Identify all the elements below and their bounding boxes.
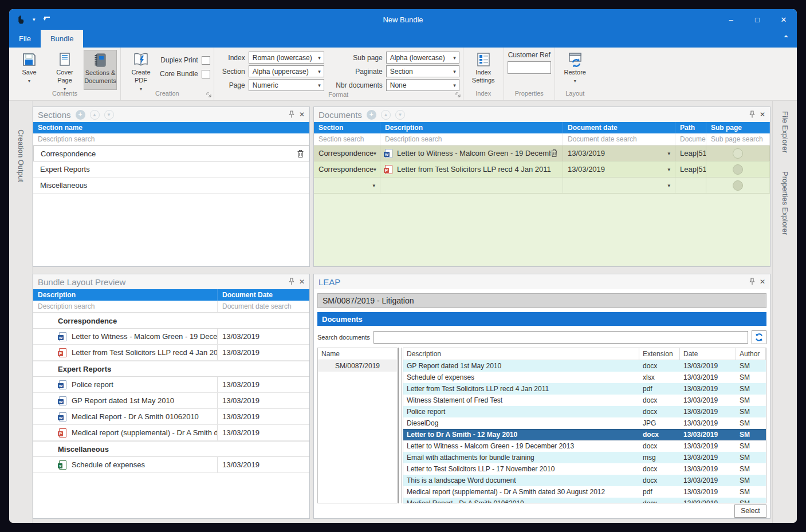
leap-document-row[interactable]: Email with attachments for bundle traini…: [403, 452, 766, 463]
sub-page-toggle[interactable]: [733, 164, 743, 175]
sub-page-dropdown[interactable]: Alpha (lowercase): [386, 52, 459, 64]
paginate-dropdown[interactable]: Section: [386, 65, 459, 77]
close-panel-icon[interactable]: ✕: [299, 111, 305, 119]
sub-page-toggle[interactable]: [733, 180, 743, 191]
leap-document-row[interactable]: GP Report dated 1st May 2010 docx 13/03/…: [403, 360, 766, 372]
date-cell-caret-icon[interactable]: ▾: [667, 183, 670, 188]
maximize-button[interactable]: □: [744, 9, 770, 30]
section-dropdown[interactable]: Alpha (uppercase): [249, 65, 324, 77]
tab-creation-output[interactable]: Creation Output: [17, 129, 25, 182]
leap-document-row[interactable]: Witness Statement of Fred Test docx 13/0…: [403, 395, 766, 406]
collapse-ribbon-icon[interactable]: ⌃: [783, 34, 789, 42]
refresh-button[interactable]: [752, 330, 766, 344]
col-description[interactable]: Description: [403, 348, 639, 360]
close-panel-icon[interactable]: ✕: [299, 278, 305, 286]
create-pdf-button[interactable]: Create PDF ▾: [124, 50, 158, 90]
leap-document-row[interactable]: Police report docx 13/03/2019 SM: [403, 406, 766, 417]
preview-row[interactable]: Letter to Witness - Malcom Green - 19 De…: [33, 329, 309, 345]
leap-document-row[interactable]: DieselDog JPG 13/03/2019 SM: [403, 417, 766, 429]
col-author[interactable]: Author: [736, 348, 766, 360]
index-settings-button[interactable]: Index Settings: [467, 50, 500, 90]
search-documents-input[interactable]: [373, 331, 748, 344]
format-dialog-launcher-icon[interactable]: [455, 92, 461, 98]
pin-icon[interactable]: [749, 111, 755, 119]
document-row[interactable]: Correspondence▾ Letter to Witness - Malc…: [314, 145, 770, 161]
customer-ref-field[interactable]: [508, 61, 551, 74]
page-dropdown[interactable]: Numeric: [249, 79, 324, 91]
path-search-input[interactable]: Docume: [675, 133, 706, 145]
tab-file-explorer[interactable]: File Explorer: [781, 111, 789, 153]
preview-row[interactable]: Expert Reports: [33, 361, 309, 377]
select-button[interactable]: Select: [734, 505, 766, 518]
sub-page-toggle[interactable]: [733, 148, 743, 159]
close-button[interactable]: ✕: [770, 9, 797, 30]
core-bundle-checkbox[interactable]: [202, 70, 210, 78]
document-date-search-input[interactable]: Document date search: [218, 301, 309, 312]
document-row[interactable]: Correspondence▾ Letter from Test Solicit…: [314, 161, 770, 178]
section-cell-caret-icon[interactable]: ▾: [373, 167, 376, 172]
leap-document-row[interactable]: Letter from Test Solicitors LLP recd 4 J…: [403, 383, 766, 395]
close-panel-icon[interactable]: ✕: [760, 278, 765, 286]
move-section-down-button[interactable]: ▼: [104, 110, 114, 120]
document-row[interactable]: ▾ ▾: [314, 178, 770, 194]
sections-search-input[interactable]: Description search: [33, 133, 309, 145]
leap-document-row[interactable]: Medical Report - Dr A Smith 01062010 doc…: [403, 498, 766, 503]
duplex-print-checkbox[interactable]: [202, 56, 210, 65]
pin-icon[interactable]: [289, 278, 294, 286]
move-section-up-button[interactable]: ▲: [90, 110, 100, 120]
date-cell-caret-icon[interactable]: ▾: [667, 151, 670, 156]
leap-document-row[interactable]: Letter to Dr A Smith - 12 May 2010 docx …: [403, 429, 766, 440]
leap-document-row[interactable]: Medical report (supplemental) - Dr A Smi…: [403, 486, 766, 498]
leap-document-row[interactable]: Letter to Test Solicitors LLP - 17 Novem…: [403, 463, 766, 475]
col-date[interactable]: Date: [680, 348, 736, 360]
preview-row[interactable]: Medical report (supplemental) - Dr A Smi…: [33, 425, 309, 441]
move-document-down-button[interactable]: ▼: [395, 110, 405, 120]
add-document-button[interactable]: +: [367, 110, 376, 120]
splitter-handle[interactable]: [398, 348, 402, 503]
minimize-button[interactable]: –: [718, 9, 744, 30]
section-row[interactable]: Correspondence: [33, 145, 309, 161]
restore-button[interactable]: Restore ▾: [559, 50, 592, 90]
pin-icon[interactable]: [749, 278, 755, 286]
preview-row[interactable]: Schedule of expenses 13/03/2019: [33, 457, 309, 473]
sections-documents-button[interactable]: Sections & Documents: [84, 50, 117, 90]
app-menu-caret-icon[interactable]: ▾: [33, 17, 36, 22]
delete-document-icon[interactable]: [551, 149, 558, 157]
section-cell-caret-icon[interactable]: ▾: [372, 183, 375, 188]
leap-document-row[interactable]: This is a landscape Word document docx 1…: [403, 475, 766, 486]
matter-name-item[interactable]: SM/0087/2019: [318, 360, 397, 372]
creation-dialog-launcher-icon[interactable]: [206, 92, 212, 98]
app-hand-icon[interactable]: [17, 15, 25, 24]
col-extension[interactable]: Extension: [639, 348, 680, 360]
preview-row[interactable]: Correspondence: [33, 313, 309, 329]
index-dropdown[interactable]: Roman (lowercase): [249, 52, 324, 64]
leap-document-row[interactable]: Schedule of expenses xlsx 13/03/2019 SM: [403, 372, 766, 383]
customize-quick-access-icon[interactable]: [44, 17, 50, 22]
date-cell-caret-icon[interactable]: ▾: [667, 167, 670, 172]
tab-properties-explorer[interactable]: Properties Explorer: [781, 171, 789, 235]
pin-icon[interactable]: [289, 111, 294, 119]
preview-row[interactable]: GP Report dated 1st May 2010 13/03/2019: [33, 393, 309, 409]
section-search-input[interactable]: Section search: [314, 133, 380, 145]
preview-row[interactable]: Police report 13/03/2019: [33, 377, 309, 393]
nbr-documents-dropdown[interactable]: None: [386, 79, 459, 91]
tab-file[interactable]: File: [9, 30, 41, 48]
preview-row[interactable]: Medical Report - Dr A Smith 01062010 13/…: [33, 409, 309, 425]
section-row[interactable]: Miscellaneous: [33, 178, 309, 194]
tab-bundle[interactable]: Bundle: [41, 30, 83, 48]
leap-document-row[interactable]: Letter to Witness - Malcom Green - 19 De…: [403, 440, 766, 452]
add-section-button[interactable]: +: [76, 110, 85, 120]
section-row[interactable]: Expert Reports: [33, 161, 309, 178]
delete-section-icon[interactable]: [297, 149, 304, 158]
move-document-up-button[interactable]: ▲: [381, 110, 391, 120]
cover-page-button[interactable]: Cover Page ▾: [48, 50, 81, 90]
preview-row[interactable]: Miscellaneous: [33, 441, 309, 457]
preview-row[interactable]: Letter from Test Solicitors LLP recd 4 J…: [33, 345, 309, 361]
section-cell-caret-icon[interactable]: ▾: [373, 151, 376, 156]
save-button[interactable]: Save ▾: [13, 50, 46, 90]
description-search-input[interactable]: Description search: [33, 301, 218, 312]
close-panel-icon[interactable]: ✕: [760, 111, 765, 119]
description-search-input[interactable]: Description search: [380, 133, 563, 145]
document-date-search-input[interactable]: Document date search: [563, 133, 675, 145]
sub-page-search-input[interactable]: Sub page search: [706, 133, 770, 145]
